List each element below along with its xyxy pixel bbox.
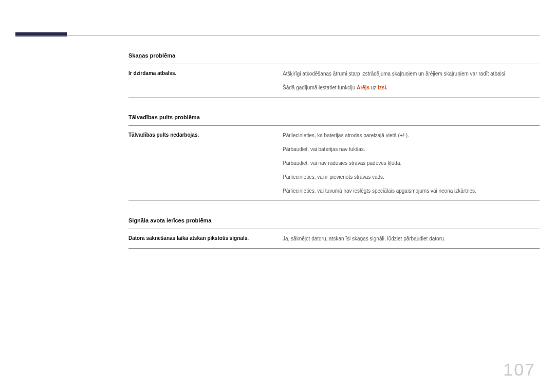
table-row: Ir dzirdama atbalss.Atšķirīgi atkodēšana… [128,64,540,98]
content-area: Skaņas problēmaIr dzirdama atbalss.Atšķi… [128,49,540,249]
row-label: Ir dzirdama atbalss. [128,64,283,97]
section-spacer [128,98,540,111]
section-spacer [128,201,540,214]
section-header: Skaņas problēma [128,49,540,64]
highlight-text: Ārējs [357,85,369,90]
highlight-text: Izsl. [378,85,387,90]
row-paragraph: Pārliecinieties, vai ir pievienots strāv… [283,173,540,181]
top-rule [15,35,540,35]
row-paragraph: Pārliecinieties, vai tuvumā nav ieslēgts… [283,186,540,195]
page-number: 107 [503,360,535,380]
row-content: Atšķirīgi atkodēšanas ātrumi starp izstr… [283,64,540,97]
table-row: Tālvadības pults nedarbojas.Pārlieciniet… [128,126,540,201]
section-header: Tālvadības pults problēma [128,111,540,126]
row-label: Tālvadības pults nedarbojas. [128,126,283,200]
row-content: Ja, sāknējot datoru, atskan īsi skaņas s… [283,229,540,248]
table-row: Datora sāknēšanas laikā atskan pīkstošs … [128,229,540,249]
row-paragraph: Atšķirīgi atkodēšanas ātrumi starp izstr… [283,69,540,78]
row-paragraph: Pārbaudiet, vai nav radusies strāvas pad… [283,159,540,167]
section-header: Signāla avota ierīces problēma [128,214,540,229]
row-paragraph: Ja, sāknējot datoru, atskan īsi skaņas s… [283,234,540,243]
accent-bar [15,32,67,36]
page: Skaņas problēmaIr dzirdama atbalss.Atšķi… [0,0,555,392]
row-paragraph: Pārbaudiet, vai baterijas nav tukšas. [283,145,540,154]
row-paragraph: Pārliecinieties, ka baterijas atrodas pa… [283,131,540,140]
row-paragraph: Šādā gadījumā iestatiet funkciju Ārējs u… [283,83,540,92]
row-label: Datora sāknēšanas laikā atskan pīkstošs … [128,229,283,248]
row-content: Pārliecinieties, ka baterijas atrodas pa… [283,126,540,200]
